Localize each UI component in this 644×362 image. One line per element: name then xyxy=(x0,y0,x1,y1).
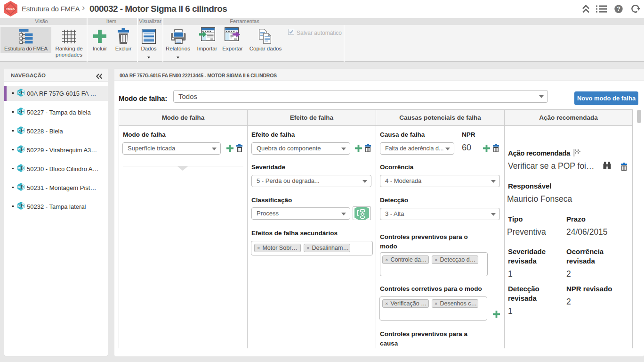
svg-text:?: ? xyxy=(617,6,620,12)
svg-text:FMEA: FMEA xyxy=(7,7,15,10)
